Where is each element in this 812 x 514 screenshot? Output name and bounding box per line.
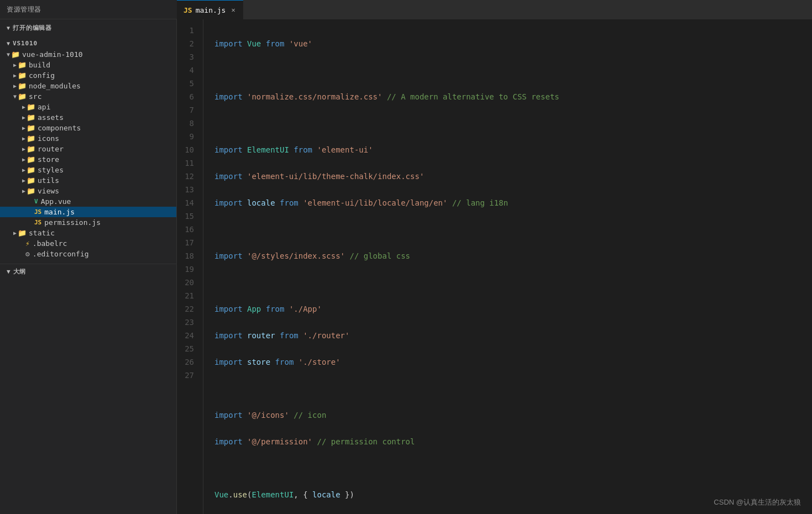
- folder-icon-node-modules: 📁: [18, 82, 27, 90]
- config-icon: ⚙: [25, 250, 30, 258]
- folder-icon-icons: 📁: [27, 134, 35, 143]
- tree-item-editorconfig[interactable]: ⚙ .editorconfig: [0, 249, 176, 259]
- utils-label: utils: [38, 176, 59, 185]
- code-line-15: import '@/icons' // icon: [214, 408, 812, 422]
- tree-item-permission-js[interactable]: JS permission.js: [0, 217, 176, 228]
- config-label: config: [29, 71, 55, 80]
- tree-item-node-modules[interactable]: ▶ 📁 node_modules: [0, 81, 176, 91]
- sidebar-title-text: 资源管理器: [7, 5, 41, 14]
- chevron-components: ▶: [22, 125, 25, 131]
- assets-label: assets: [38, 113, 64, 122]
- tree-item-router[interactable]: ▶ 📁 router: [0, 144, 176, 154]
- watermark-text: CSDN @认真生活的灰太狼: [714, 498, 801, 506]
- tree-item-icons[interactable]: ▶ 📁 icons: [0, 133, 176, 144]
- folder-icon-config: 📁: [18, 71, 27, 80]
- sidebar-title: 资源管理器: [0, 0, 177, 19]
- line-numbers: 12345 678910 1112131415 1617181920 21222…: [177, 19, 203, 514]
- router-label: router: [38, 145, 64, 153]
- folder-icon-src: 📁: [18, 92, 27, 101]
- js-icon-main: JS: [34, 208, 41, 216]
- outline-section[interactable]: ▼ 大纲: [0, 264, 176, 279]
- code-line-2: [214, 64, 812, 77]
- tree-item-root[interactable]: ▼ 📁 vue-admin-1010: [0, 49, 176, 60]
- folder-icon-build: 📁: [18, 61, 27, 69]
- editorconfig-label: .editorconfig: [33, 250, 89, 258]
- tree-item-config[interactable]: ▶ 📁 config: [0, 70, 176, 81]
- file-tree: ▼ 📁 vue-admin-1010 ▶ 📁 build ▶ 📁 config …: [0, 49, 176, 259]
- code-line-12: import router from './router': [214, 329, 812, 342]
- chevron-api: ▶: [22, 104, 25, 110]
- main-area: ▼ 打开的编辑器 ▼ VS1010 ▼ 📁 vue-admin-1010 ▶ 📁…: [0, 19, 812, 514]
- root-folder-label: vue-admin-1010: [22, 50, 83, 59]
- code-line-8: [214, 223, 812, 236]
- tab-label: main.js: [196, 6, 226, 14]
- chevron-views: ▶: [22, 188, 25, 194]
- vue-icon-app: V: [34, 198, 38, 205]
- chevron-config: ▶: [13, 72, 17, 78]
- babel-icon: ⚡: [25, 239, 30, 248]
- code-line-1: import Vue from 'vue': [214, 37, 812, 50]
- tree-item-main-js[interactable]: JS main.js: [0, 207, 176, 217]
- open-editors-section[interactable]: ▼ 打开的编辑器: [0, 19, 176, 34]
- app-vue-label: App.vue: [41, 197, 71, 206]
- views-label: views: [38, 187, 59, 195]
- open-editors-label: 打开的编辑器: [13, 24, 52, 32]
- outline-arrow: ▼: [7, 268, 11, 275]
- code-line-11: import App from './App': [214, 302, 812, 316]
- tab-main-js[interactable]: JS main.js ✕: [177, 0, 243, 19]
- static-label: static: [29, 229, 55, 237]
- tree-item-build[interactable]: ▶ 📁 build: [0, 60, 176, 70]
- folder-icon-components: 📁: [27, 124, 35, 132]
- code-line-9: import '@/styles/index.scss' // global c…: [214, 249, 812, 263]
- styles-label: styles: [38, 166, 64, 174]
- tree-item-utils[interactable]: ▶ 📁 utils: [0, 175, 176, 186]
- tab-close-button[interactable]: ✕: [231, 6, 235, 14]
- folder-icon-views: 📁: [27, 187, 35, 195]
- code-line-17: [214, 461, 812, 475]
- folder-icon-store: 📁: [27, 155, 35, 164]
- workspace-label: VS1010: [13, 40, 38, 47]
- tab-bar: JS main.js ✕: [177, 0, 812, 19]
- folder-icon-utils: 📁: [27, 176, 35, 185]
- js-icon-permission: JS: [34, 219, 41, 226]
- store-label: store: [38, 155, 59, 164]
- tree-item-store[interactable]: ▶ 📁 store: [0, 154, 176, 165]
- workspace-section[interactable]: ▼ VS1010: [0, 35, 176, 49]
- build-label: build: [29, 61, 50, 69]
- chevron-src: ▼: [13, 93, 17, 99]
- outline-label: 大纲: [13, 268, 27, 276]
- tree-item-static[interactable]: ▶ 📁 static: [0, 228, 176, 238]
- tree-item-src[interactable]: ▼ 📁 src: [0, 91, 176, 102]
- chevron-icons: ▶: [22, 135, 25, 141]
- code-line-10: [214, 276, 812, 289]
- code-line-4: [214, 117, 812, 130]
- chevron-assets: ▶: [22, 114, 25, 120]
- code-line-13: import store from './store': [214, 355, 812, 369]
- open-editors-arrow: ▼: [7, 25, 11, 31]
- tree-item-babelrc[interactable]: ⚡ .babelrc: [0, 238, 176, 249]
- folder-icon-assets: 📁: [27, 113, 35, 122]
- top-bar: 资源管理器 JS main.js ✕: [0, 0, 812, 19]
- src-label: src: [29, 92, 41, 101]
- tree-item-views[interactable]: ▶ 📁 views: [0, 186, 176, 196]
- code-line-3: import 'normalize.css/normalize.css' // …: [214, 90, 812, 103]
- tab-js-icon: JS: [184, 6, 192, 14]
- code-container[interactable]: 12345 678910 1112131415 1617181920 21222…: [177, 19, 812, 514]
- chevron-static: ▶: [13, 230, 17, 236]
- chevron-root: ▼: [7, 51, 10, 57]
- folder-icon-static: 📁: [18, 229, 27, 237]
- code-line-16: import '@/permission' // permission cont…: [214, 435, 812, 448]
- permission-js-label: permission.js: [44, 218, 101, 227]
- tree-item-components[interactable]: ▶ 📁 components: [0, 123, 176, 133]
- code-editor[interactable]: import Vue from 'vue' import 'normalize.…: [203, 19, 812, 514]
- main-js-label: main.js: [44, 208, 75, 216]
- code-line-14: [214, 382, 812, 395]
- tree-item-assets[interactable]: ▶ 📁 assets: [0, 112, 176, 123]
- components-label: components: [38, 124, 81, 132]
- code-line-5: import ElementUI from 'element-ui': [214, 143, 812, 156]
- tree-item-styles[interactable]: ▶ 📁 styles: [0, 165, 176, 175]
- chevron-node-modules: ▶: [13, 83, 17, 89]
- folder-icon-root: 📁: [11, 50, 20, 59]
- tree-item-app-vue[interactable]: V App.vue: [0, 196, 176, 207]
- tree-item-api[interactable]: ▶ 📁 api: [0, 102, 176, 112]
